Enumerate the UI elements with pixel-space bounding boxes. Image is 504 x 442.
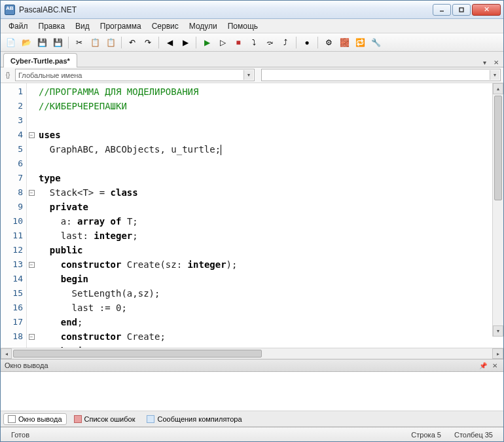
code-content[interactable]: //ПРОГРАММА ДЛЯ МОДЕЛИРОВАНИЯ//КИБЕРЧЕРЕ…: [36, 83, 503, 348]
app-window: PascalABC.NET ✕ ФайлПравкаВидПрограммаСе…: [0, 0, 504, 442]
status-col: Столбец 35: [448, 431, 499, 439]
code-line[interactable]: begin: [39, 344, 501, 348]
status-ready: Готов: [5, 431, 36, 439]
member-combo[interactable]: ▾: [261, 69, 501, 81]
stop-icon[interactable]: ■: [231, 35, 245, 50]
bottom-tab-messages[interactable]: Сообщения компилятора: [142, 413, 246, 425]
maximize-button[interactable]: [452, 4, 471, 16]
code-line[interactable]: last: integer;: [39, 229, 501, 243]
main-toolbar: 📄📂💾💾✂📋📋↶↷◀▶▶▷■⤵⤼⤴●⚙🧱🔁🔧: [1, 33, 503, 52]
pin-icon[interactable]: 📌: [478, 361, 488, 370]
chevron-down-icon: ▾: [243, 70, 253, 80]
code-line[interactable]: SetLength(a,sz);: [39, 286, 501, 301]
undo-icon[interactable]: ↶: [125, 35, 139, 50]
vertical-scrollbar[interactable]: ▴ ▾: [492, 83, 503, 337]
bottom-tab-label: Список ошибок: [84, 415, 135, 423]
copy-icon[interactable]: 📋: [88, 35, 102, 50]
output-panel-body[interactable]: [1, 372, 503, 411]
bottom-tab-label: Окно вывода: [18, 415, 62, 423]
bottom-tabs: Окно выводаСписок ошибокСообщения компил…: [1, 411, 503, 427]
redo-icon[interactable]: ↷: [141, 35, 155, 50]
tab-label: Cyber-Turtle.pas*: [10, 57, 70, 65]
toggle-breakpoint-icon[interactable]: ●: [300, 35, 314, 50]
code-line[interactable]: uses: [39, 128, 501, 142]
run-icon[interactable]: ▶: [200, 35, 214, 50]
rebuild-icon[interactable]: 🔁: [353, 35, 367, 50]
run-no-debug-icon[interactable]: ▷: [215, 35, 230, 50]
app-icon: [5, 5, 15, 15]
menu-модули[interactable]: Модули: [184, 19, 223, 33]
scope-icon: {}: [3, 71, 12, 80]
output-panel-header: Окно вывода 📌 ✕: [1, 359, 503, 372]
step-out-icon[interactable]: ⤴: [278, 35, 293, 50]
bottom-tab-output[interactable]: Окно вывода: [3, 413, 67, 425]
new-file-icon[interactable]: 📄: [3, 35, 18, 50]
fold-gutter: −−−−: [27, 83, 36, 348]
fold-toggle[interactable]: −: [29, 262, 35, 268]
output-panel-title: Окно вывода: [5, 361, 48, 369]
code-line[interactable]: begin: [39, 272, 501, 286]
horizontal-scrollbar[interactable]: ◂ ▸: [1, 348, 503, 359]
menu-программа[interactable]: Программа: [95, 19, 147, 33]
compile-icon[interactable]: ⚙: [321, 35, 336, 50]
scroll-up-icon[interactable]: ▴: [493, 83, 503, 94]
code-line[interactable]: a: array of T;: [39, 214, 501, 229]
code-line[interactable]: type: [39, 171, 501, 185]
open-file-icon[interactable]: 📂: [19, 35, 33, 50]
navigation-bar: {} Глобальные имена ▾ ▾: [1, 67, 503, 83]
bottom-tab-errors[interactable]: Список ошибок: [69, 413, 140, 425]
save-all-icon[interactable]: 💾: [50, 35, 65, 50]
nav-back-icon[interactable]: ◀: [162, 35, 177, 50]
menu-правка[interactable]: Правка: [33, 19, 71, 33]
tab-dropdown-icon[interactable]: ▾: [480, 58, 489, 67]
menu-вид[interactable]: Вид: [70, 19, 95, 33]
fold-toggle[interactable]: −: [29, 334, 35, 340]
close-button[interactable]: ✕: [472, 4, 501, 16]
fold-toggle[interactable]: −: [29, 132, 35, 138]
scroll-thumb[interactable]: [494, 96, 502, 200]
cut-icon[interactable]: ✂: [72, 35, 86, 50]
build-icon[interactable]: 🧱: [337, 35, 351, 50]
tab-close-icon[interactable]: ✕: [492, 58, 501, 67]
menu-сервис[interactable]: Сервис: [147, 19, 184, 33]
save-icon[interactable]: 💾: [35, 35, 49, 50]
close-icon[interactable]: ✕: [490, 361, 499, 370]
menu-помощь[interactable]: Помощь: [223, 19, 263, 33]
chevron-down-icon: ▾: [490, 70, 499, 80]
scroll-right-icon[interactable]: ▸: [492, 348, 503, 359]
code-line[interactable]: [39, 157, 501, 171]
code-line[interactable]: Stack<T> = class: [39, 185, 501, 200]
step-over-icon[interactable]: ⤼: [262, 35, 277, 50]
editor-area: 123456789101112131415161718192021 −−−− /…: [1, 83, 503, 359]
code-line[interactable]: constructor Create(sz: integer);: [39, 257, 501, 272]
menu-bar: ФайлПравкаВидПрограммаСервисМодулиПомощь: [1, 19, 503, 33]
code-line[interactable]: //КИБЕРЧЕРЕПАШКИ: [39, 99, 501, 113]
scroll-down-icon[interactable]: ▾: [493, 325, 503, 337]
menu-файл[interactable]: Файл: [3, 19, 33, 33]
nav-forward-icon[interactable]: ▶: [178, 35, 192, 50]
code-line[interactable]: //ПРОГРАММА ДЛЯ МОДЕЛИРОВАНИЯ: [39, 84, 501, 99]
bottom-tab-label: Сообщения компилятора: [157, 415, 242, 423]
status-line: Строка 5: [405, 431, 448, 439]
code-line[interactable]: public: [39, 243, 501, 257]
code-editor[interactable]: 123456789101112131415161718192021 −−−− /…: [1, 83, 503, 348]
paste-icon[interactable]: 📋: [103, 35, 118, 50]
title-bar: PascalABC.NET ✕: [1, 1, 503, 19]
code-line[interactable]: last := 0;: [39, 301, 501, 315]
code-line[interactable]: private: [39, 200, 501, 214]
code-line[interactable]: [39, 113, 501, 128]
configure-icon[interactable]: 🔧: [369, 35, 383, 50]
fold-toggle[interactable]: −: [29, 190, 35, 196]
code-line[interactable]: constructor Create;: [39, 329, 501, 344]
minimize-button[interactable]: [433, 4, 451, 16]
scope-combo[interactable]: Глобальные имена ▾: [15, 69, 255, 81]
code-line[interactable]: GraphABC, ABCObjects, u_turtle;: [39, 142, 501, 157]
editor-tabs: Cyber-Turtle.pas* ▾ ✕: [1, 52, 503, 67]
scroll-thumb[interactable]: [13, 350, 262, 358]
scope-combo-text: Глобальные имена: [18, 71, 82, 79]
status-bar: Готов Строка 5 Столбец 35: [1, 427, 503, 441]
scroll-left-icon[interactable]: ◂: [1, 348, 12, 359]
code-line[interactable]: end;: [39, 315, 501, 329]
step-into-icon[interactable]: ⤵: [247, 35, 261, 50]
editor-tab[interactable]: Cyber-Turtle.pas*: [3, 53, 77, 67]
